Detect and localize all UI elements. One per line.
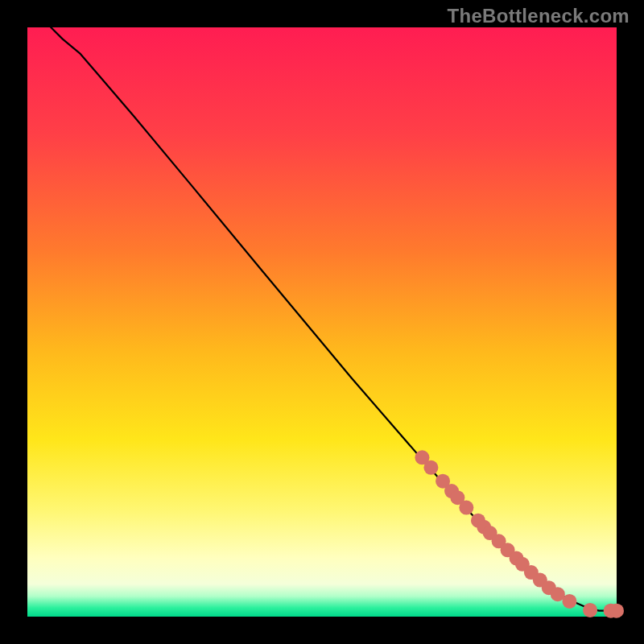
data-marker: [459, 501, 473, 515]
data-marker: [583, 603, 597, 617]
plot-background: [27, 27, 617, 617]
data-marker: [562, 594, 576, 609]
watermark-text: TheBottleneck.com: [448, 5, 630, 27]
chart-svg: [0, 0, 644, 644]
chart-frame: TheBottleneck.com: [0, 0, 644, 644]
data-marker: [423, 460, 438, 475]
data-marker: [609, 604, 624, 618]
